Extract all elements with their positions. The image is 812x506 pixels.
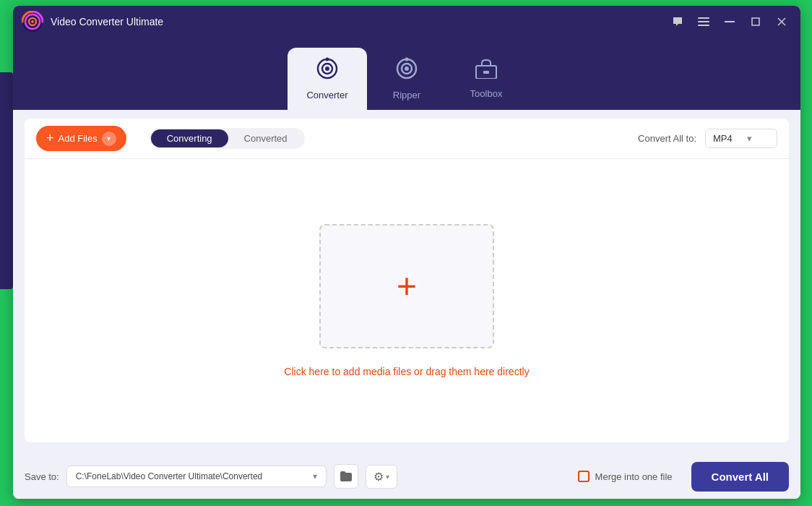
tab-bar: Converter Ripper Toolbox <box>13 38 800 110</box>
window-controls <box>668 12 792 32</box>
merge-checkbox[interactable]: Merge into one file <box>578 471 673 482</box>
tab-ripper[interactable]: Ripper <box>367 48 446 110</box>
svg-point-3 <box>31 20 34 23</box>
converting-tab[interactable]: Converting <box>151 129 228 147</box>
add-files-label: Add Files <box>59 133 98 144</box>
tab-converter[interactable]: Converter <box>288 48 367 110</box>
add-files-dropdown-icon[interactable]: ▾ <box>102 132 116 146</box>
browse-folder-button[interactable] <box>334 464 358 489</box>
status-tabs: Converting Converted <box>150 128 305 149</box>
chevron-down-icon: ▾ <box>747 133 752 144</box>
tab-toolbox-label: Toolbox <box>470 88 503 99</box>
app-title: Video Converter Ultimate <box>51 16 668 27</box>
save-to-label: Save to: <box>25 471 59 482</box>
close-button[interactable] <box>772 12 792 32</box>
ripper-icon <box>395 57 418 85</box>
svg-point-14 <box>326 58 329 61</box>
menu-button[interactable] <box>694 12 714 32</box>
gear-icon: ⚙ <box>373 470 384 484</box>
format-select[interactable]: MP4 ▾ <box>705 129 777 148</box>
settings-dropdown-icon: ▾ <box>386 473 389 481</box>
app-logo <box>22 11 43 33</box>
add-files-button[interactable]: + Add Files ▾ <box>36 126 126 151</box>
convert-all-to-label: Convert All to: <box>638 133 696 144</box>
svg-point-17 <box>405 67 409 71</box>
format-value: MP4 <box>713 133 733 144</box>
settings-button[interactable]: ⚙ ▾ <box>366 465 397 489</box>
tab-toolbox[interactable]: Toolbox <box>446 48 526 110</box>
svg-rect-6 <box>698 25 709 26</box>
merge-label: Merge into one file <box>595 471 673 482</box>
footer: Save to: C:\FoneLab\Video Converter Ulti… <box>13 454 800 499</box>
toolbox-icon <box>475 59 498 84</box>
tab-converter-label: Converter <box>306 90 347 100</box>
main-area: + Add Files ▾ Converting Converted Conve… <box>13 110 800 454</box>
path-dropdown-icon: ▾ <box>313 471 317 481</box>
svg-rect-8 <box>752 18 759 25</box>
drop-zone-instruction[interactable]: Click here to add media files or drag th… <box>284 366 529 377</box>
drop-zone[interactable]: + <box>319 224 494 348</box>
svg-point-13 <box>325 67 329 71</box>
chat-button[interactable] <box>668 12 688 32</box>
minimize-button[interactable] <box>720 12 740 32</box>
title-bar: Video Converter Ultimate <box>13 6 800 38</box>
maximize-button[interactable] <box>746 12 766 32</box>
merge-checkbox-box[interactable] <box>578 471 589 482</box>
save-path-text: C:\FoneLab\Video Converter Ultimate\Conv… <box>76 471 263 481</box>
svg-rect-20 <box>483 71 489 74</box>
drop-zone-plus-icon: + <box>397 269 417 304</box>
save-path-input[interactable]: C:\FoneLab\Video Converter Ultimate\Conv… <box>66 466 327 487</box>
plus-icon: + <box>46 131 54 146</box>
content-panel: + Click here to add media files or drag … <box>25 159 789 442</box>
toolbar: + Add Files ▾ Converting Converted Conve… <box>25 119 789 159</box>
tab-ripper-label: Ripper <box>393 90 420 100</box>
svg-point-18 <box>405 58 409 61</box>
svg-rect-7 <box>725 21 735 22</box>
converter-icon <box>316 57 339 85</box>
converted-tab[interactable]: Converted <box>228 129 303 147</box>
svg-rect-4 <box>698 17 709 19</box>
svg-rect-5 <box>698 21 709 22</box>
convert-all-button[interactable]: Convert All <box>691 462 789 492</box>
